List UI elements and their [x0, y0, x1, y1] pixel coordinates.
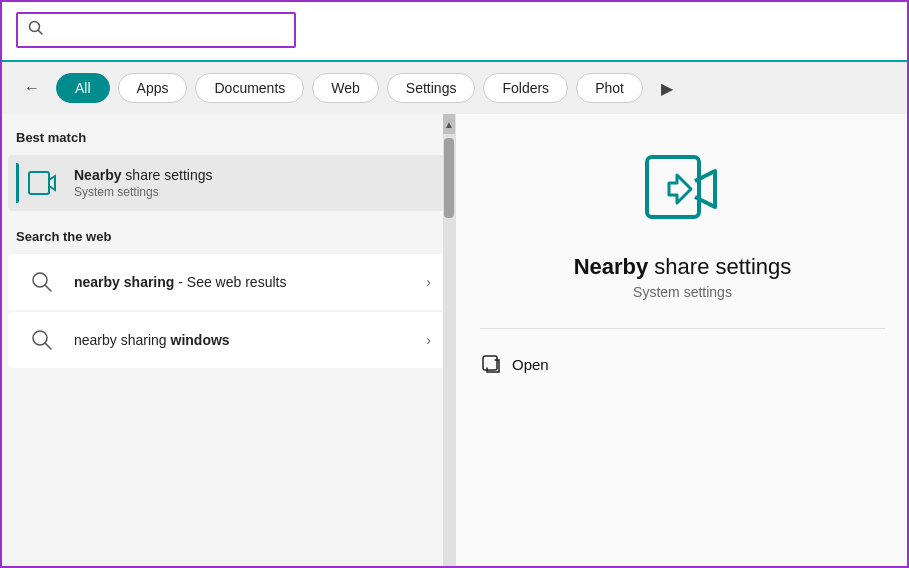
open-icon — [480, 353, 502, 375]
web-search-icon-1 — [24, 264, 60, 300]
web-result-2-title: nearby sharing windows — [74, 332, 412, 348]
filter-tabs-area: ← All Apps Documents Web Settings Folder… — [0, 62, 909, 114]
web-result-2[interactable]: nearby sharing windows › — [8, 312, 447, 368]
tab-photos[interactable]: Phot — [576, 73, 643, 103]
back-button[interactable]: ← — [16, 72, 48, 104]
search-icon — [28, 20, 44, 40]
web-search-icon-2 — [24, 322, 60, 358]
web-result-2-arrow: › — [426, 332, 431, 348]
web-result-2-text: nearby sharing windows — [74, 332, 412, 348]
nearby-share-text: Nearby share settings System settings — [74, 167, 431, 199]
nearby-share-subtitle: System settings — [74, 185, 431, 199]
web-result-1-title: nearby sharing - See web results — [74, 274, 412, 290]
result-item-nearby-share[interactable]: Nearby share settings System settings — [8, 155, 447, 211]
web-result-1-text: nearby sharing - See web results — [74, 274, 412, 290]
right-panel: Nearby share settings System settings Op… — [455, 114, 909, 568]
scrollbar-up[interactable]: ▲ — [443, 114, 455, 134]
svg-line-6 — [45, 343, 51, 349]
detail-divider — [480, 328, 885, 329]
search-bar-area: nearby sharing — [0, 0, 909, 62]
tab-folders[interactable]: Folders — [483, 73, 568, 103]
best-match-label: Best match — [0, 114, 455, 153]
scrollbar-thumb[interactable] — [444, 138, 454, 218]
web-result-1-arrow: › — [426, 274, 431, 290]
main-content: Best match Nearby share settings System … — [0, 114, 909, 568]
web-result-1[interactable]: nearby sharing - See web results › — [8, 254, 447, 310]
detail-title: Nearby share settings — [574, 254, 792, 280]
tab-web[interactable]: Web — [312, 73, 379, 103]
svg-rect-7 — [647, 157, 699, 217]
more-button[interactable]: ▶ — [651, 72, 683, 104]
detail-subtitle: System settings — [633, 284, 732, 300]
tab-apps[interactable]: Apps — [118, 73, 188, 103]
search-web-label: Search the web — [0, 213, 455, 252]
svg-rect-8 — [483, 356, 497, 370]
left-panel: Best match Nearby share settings System … — [0, 114, 455, 568]
tab-settings[interactable]: Settings — [387, 73, 476, 103]
nearby-share-title: Nearby share settings — [74, 167, 431, 183]
scrollbar[interactable]: ▲ — [443, 114, 455, 568]
tab-documents[interactable]: Documents — [195, 73, 304, 103]
search-input[interactable]: nearby sharing — [52, 22, 284, 39]
svg-line-1 — [38, 30, 42, 34]
tab-all[interactable]: All — [56, 73, 110, 103]
open-button[interactable]: Open — [480, 349, 885, 379]
nearby-share-icon — [24, 165, 60, 201]
svg-rect-2 — [29, 172, 49, 194]
open-label: Open — [512, 356, 549, 373]
detail-big-icon — [638, 144, 728, 234]
search-box[interactable]: nearby sharing — [16, 12, 296, 48]
svg-line-4 — [45, 285, 51, 291]
